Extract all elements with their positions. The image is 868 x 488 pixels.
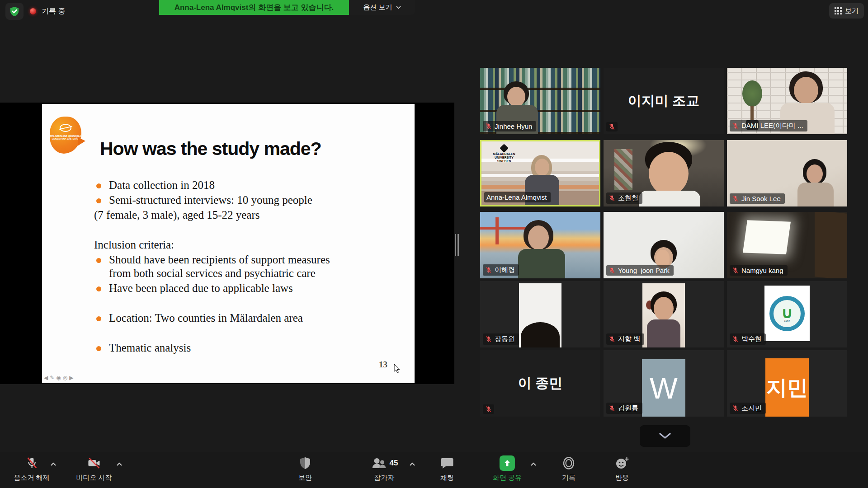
plant-decor: [742, 80, 762, 107]
avatar-letter: W: [650, 371, 678, 405]
participant-avatar: ∪ 1967: [764, 286, 810, 341]
panel-resize-handle[interactable]: [455, 234, 459, 256]
reactions-label: 반응: [615, 474, 629, 482]
university-emblem-icon: [500, 144, 509, 153]
slide-bullet: Should have been recipients of support m…: [94, 253, 330, 266]
reactions-smiley-icon: [615, 456, 629, 470]
association-emblem-icon: ∪ 1967: [769, 296, 805, 331]
view-button[interactable]: 보기: [829, 3, 864, 19]
security-button[interactable]: 보안: [298, 455, 312, 482]
participant-name: Namgyu kang: [741, 267, 783, 274]
camera-off-icon: [86, 456, 102, 470]
participant-name: 이혜령: [495, 266, 515, 274]
slide-bullet: Location: Two counties in Mälardalen are…: [94, 312, 303, 324]
recording-indicator-icon: [30, 8, 36, 14]
presentation-slide: MÄLARDALENS HÖGSKOLA ESKILSTUNA VÄSTERÅS…: [42, 104, 415, 383]
slide-pen-icon[interactable]: ✎: [50, 375, 54, 381]
slide-page-number: 13: [379, 360, 387, 370]
audio-options-caret[interactable]: [50, 460, 57, 468]
participant-name: Jinhee Hyun: [495, 122, 532, 130]
mic-off-icon: [732, 336, 739, 343]
participant-tile[interactable]: 장동원: [480, 281, 600, 347]
participant-tile[interactable]: DAMI LEE(이다미 ...: [727, 68, 847, 134]
participant-tile[interactable]: 이 종민: [480, 350, 600, 417]
university-logo: MÄLARDALENS HÖGSKOLA ESKILSTUNA VÄSTERÅS: [50, 117, 81, 154]
participant-video: [642, 283, 685, 347]
mic-off-icon: [609, 336, 615, 343]
mic-off-icon: [732, 267, 739, 274]
mic-off-icon: [485, 267, 492, 273]
record-label: 기록: [562, 474, 576, 482]
view-options-button[interactable]: 옵션 보기: [349, 0, 415, 15]
participant-name: 김원룡: [618, 404, 638, 413]
slide-options-icon[interactable]: ◎: [63, 375, 67, 381]
slide-next-icon[interactable]: ▶: [69, 375, 73, 381]
university-emblem-icon: [60, 124, 71, 132]
unmute-label: 음소거 해제: [14, 474, 49, 482]
meeting-toolbar: 음소거 해제 비디오 시작: [0, 452, 868, 488]
mic-off-icon: [485, 406, 492, 413]
participant-name: 지향 백: [618, 335, 640, 343]
mouse-cursor: [394, 364, 401, 374]
participant-tile[interactable]: W 김원룡: [604, 350, 724, 417]
participant-tile[interactable]: Jin Sook Lee: [727, 140, 847, 206]
participant-tile[interactable]: 지민 조지민: [727, 350, 847, 417]
view-options-label: 옵션 보기: [363, 3, 392, 12]
participant-display-name: 이지미 조교: [604, 68, 724, 134]
participant-name: 조지민: [741, 404, 762, 413]
start-video-button[interactable]: 비디오 시작: [76, 455, 112, 482]
participant-tile[interactable]: Jinhee Hyun: [480, 68, 600, 134]
participant-tile[interactable]: 지향 백: [604, 281, 724, 347]
slide-text-line: (7 female, 3 male), aged 15-22 years: [94, 209, 260, 221]
participant-tile[interactable]: 이지미 조교: [604, 68, 724, 134]
video-options-caret[interactable]: [116, 460, 123, 468]
view-label: 보기: [845, 7, 859, 15]
participant-display-name: 이 종민: [480, 350, 600, 417]
participant-name: 조현철: [618, 194, 638, 202]
unmute-button[interactable]: 음소거 해제: [14, 455, 49, 482]
participant-video: [519, 283, 561, 347]
chat-bubble-icon: [440, 456, 454, 470]
participant-name: 박수현: [741, 335, 762, 343]
participant-tile[interactable]: 조현철: [604, 140, 724, 206]
share-screen-button[interactable]: 화면 공유: [493, 455, 522, 482]
grid-view-icon: [835, 7, 842, 14]
slide-bullet: Semi-structured interviews: 10 young peo…: [94, 194, 312, 206]
participant-name: Young_joon Park: [618, 267, 670, 274]
ceiling-light: [743, 220, 791, 254]
participant-name: Jin Sook Lee: [741, 195, 781, 202]
participant-tile[interactable]: Young_joon Park: [604, 212, 724, 278]
meeting-security-badge[interactable]: [5, 3, 24, 20]
shield-check-icon: [9, 6, 20, 17]
mic-off-icon: [609, 123, 615, 130]
shield-icon: [299, 456, 311, 470]
chat-button[interactable]: 채팅: [440, 455, 454, 482]
participant-avatar: W: [642, 359, 685, 417]
slide-bullet: Thematic analysis: [94, 342, 191, 354]
active-speaker-tile[interactable]: MÄLARDALEN UNIVERSITY SWEDEN Anna-Lena A…: [480, 140, 600, 206]
gallery-next-page-button[interactable]: [640, 425, 690, 447]
mic-off-icon: [609, 267, 615, 274]
share-screen-icon: [500, 455, 515, 471]
mic-off-icon: [732, 195, 739, 202]
slide-text-line: from both social services and psychiatri…: [94, 267, 316, 280]
participants-caret[interactable]: [409, 460, 415, 468]
mic-off-icon: [485, 123, 492, 130]
chat-label: 채팅: [440, 474, 454, 482]
reactions-button[interactable]: 반응: [615, 455, 629, 482]
chevron-down-icon: [396, 6, 401, 9]
participant-tile[interactable]: ∪ 1967 박수현: [727, 281, 847, 347]
mic-off-icon: [25, 456, 38, 470]
record-button[interactable]: 기록: [562, 455, 576, 482]
chevron-down-icon: [659, 433, 671, 439]
slide-menu-icon[interactable]: ◉: [56, 375, 61, 381]
mic-off-icon: [485, 336, 492, 343]
participant-tile[interactable]: 이혜령: [480, 212, 600, 278]
participant-tile[interactable]: Namgyu kang: [727, 212, 847, 278]
participant-name: DAMI LEE(이다미 ...: [741, 122, 803, 130]
share-options-caret[interactable]: [530, 460, 537, 468]
security-label: 보안: [298, 474, 312, 482]
slide-prev-icon[interactable]: ◀: [44, 375, 48, 381]
record-icon: [562, 456, 576, 470]
participants-button[interactable]: 45 참가자: [371, 455, 398, 482]
